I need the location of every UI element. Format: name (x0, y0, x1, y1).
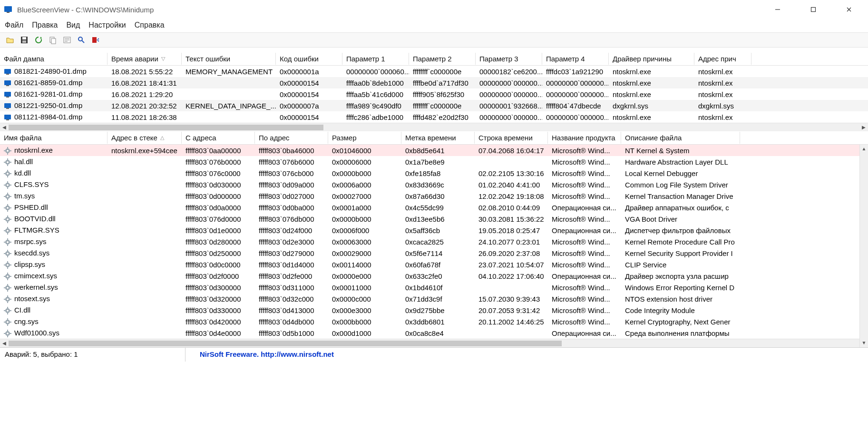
module-row[interactable]: CLFS.SYSfffff803`0d030000fffff803`0d09a0… (0, 179, 868, 190)
bot-col-5[interactable]: Метка времени (401, 132, 475, 144)
module-row[interactable]: PSHED.dllfffff803`0d0a0000fffff803`0d0ba… (0, 202, 868, 213)
bot-col-6[interactable]: Строка времени (475, 132, 548, 144)
top-col-8[interactable]: Драйвер причины (609, 53, 694, 65)
menu-view[interactable]: Вид (66, 21, 80, 29)
cell: Kernel Security Support Provider I (621, 248, 740, 258)
svg-rect-109 (7, 302, 8, 303)
top-col-7[interactable]: Параметр 4 (542, 53, 609, 65)
svg-rect-98 (4, 276, 5, 277)
module-row[interactable]: cng.sysfffff803`0d420000fffff803`0d4db00… (0, 316, 868, 327)
bot-col-4[interactable]: Размер (328, 132, 401, 144)
cell: 12.08.2021 20:32:52 (107, 101, 182, 111)
module-row[interactable]: ksecdd.sysfffff803`0d250000fffff803`0d27… (0, 247, 868, 259)
minimize-button[interactable] (767, 2, 788, 17)
module-row[interactable]: ntosext.sysfffff803`0d320000fffff803`0d3… (0, 293, 868, 304)
exit-icon[interactable] (90, 35, 101, 45)
module-row[interactable]: kd.dllfffff803`076c0000fffff803`076cb000… (0, 167, 868, 179)
svg-rect-32 (4, 150, 5, 151)
cell: cng.sys (0, 316, 107, 327)
open-icon[interactable] (5, 35, 15, 45)
svg-rect-128 (4, 333, 5, 334)
maximize-button[interactable] (802, 2, 824, 17)
scroll-right-icon[interactable]: ► (859, 124, 868, 131)
top-col-2[interactable]: Текст ошибки (182, 53, 276, 65)
svg-rect-121 (7, 324, 8, 326)
top-scrollbar[interactable]: ◄ ► (0, 123, 868, 131)
save-icon[interactable] (19, 35, 29, 45)
cell: fffff803`0d027000 (255, 191, 328, 201)
cell: fffff803`0d413000 (255, 305, 328, 315)
menu-edit[interactable]: Правка (32, 21, 58, 29)
top-col-6[interactable]: Параметр 3 (476, 53, 542, 65)
module-row[interactable]: tm.sysfffff803`0d000000fffff803`0d027000… (0, 190, 868, 202)
menu-help[interactable]: Справка (135, 21, 165, 29)
cell: 0xfe185fa8 (401, 168, 475, 178)
dump-row[interactable]: 081621-8859-01.dmp16.08.2021 18:41:310x0… (0, 77, 868, 88)
svg-rect-110 (4, 299, 5, 300)
svg-rect-36 (7, 158, 8, 160)
bot-col-0[interactable]: Имя файла (0, 132, 107, 144)
dump-row[interactable]: 081821-24890-01.dmp18.08.2021 5:55:22MEM… (0, 66, 868, 77)
cell: fffff803`0d030000 (182, 180, 255, 190)
refresh-icon[interactable] (33, 35, 44, 45)
menu-options[interactable]: Настройки (88, 21, 126, 29)
cell: 0x5aff36cb (401, 225, 475, 235)
module-row[interactable]: CI.dllfffff803`0d330000fffff803`0d413000… (0, 304, 868, 316)
scroll-down-icon[interactable]: ▼ (860, 339, 868, 347)
cell: Microsoft® Wind... (548, 146, 621, 156)
module-row[interactable]: ntoskrnl.exentoskrnl.exe+594ceefffff803`… (0, 145, 868, 156)
cell: Microsoft® Wind... (548, 191, 621, 201)
module-row[interactable]: werkernel.sysfffff803`0d300000fffff803`0… (0, 282, 868, 293)
monitor-icon (4, 68, 11, 76)
module-row[interactable]: cmimcext.sysfffff803`0d2f0000fffff803`0d… (0, 270, 868, 282)
top-col-1[interactable]: Время аварии▽ (107, 53, 182, 65)
cell: fffff803`0d32c000 (255, 294, 328, 304)
bot-col-3[interactable]: По адрес (255, 132, 328, 144)
driver-icon (4, 158, 11, 166)
cell: ntoskrnl.ex (694, 89, 751, 99)
module-row[interactable]: BOOTVID.dllfffff803`076d0000fffff803`076… (0, 213, 868, 225)
module-row[interactable]: clipsp.sysfffff803`0d0c0000fffff803`0d1d… (0, 259, 868, 270)
module-row[interactable]: hal.dllfffff803`076b0000fffff803`076b600… (0, 156, 868, 167)
cell: fffff803`0d311000 (255, 283, 328, 293)
module-vscroll[interactable]: ▲ ▼ (859, 145, 868, 347)
module-row[interactable]: msrpc.sysfffff803`0d280000fffff803`0d2e3… (0, 236, 868, 247)
top-col-0[interactable]: Файл дампа (0, 53, 107, 65)
dump-row[interactable]: 081221-9250-01.dmp12.08.2021 20:32:52KER… (0, 100, 868, 111)
bottom-scrollbar[interactable]: ◄ ► (0, 339, 868, 347)
scroll-left-icon[interactable]: ◄ (0, 124, 9, 131)
cell: 0x00063000 (328, 237, 401, 247)
module-row[interactable]: FLTMGR.SYSfffff803`0d1e0000fffff803`0d24… (0, 225, 868, 236)
top-col-5[interactable]: Параметр 2 (409, 53, 476, 65)
bot-col-2[interactable]: С адреса (182, 132, 255, 144)
cell: KERNEL_DATA_INPAGE_... (182, 101, 276, 111)
svg-rect-103 (7, 290, 8, 292)
top-col-9[interactable]: Адрес прич (694, 53, 751, 65)
cell: 0x633c2fe0 (401, 271, 475, 281)
cell: 081621-9281-01.dmp (0, 89, 107, 99)
module-row[interactable]: Wdf01000.sysfffff803`0d4e0000fffff803`0d… (0, 327, 868, 339)
bot-col-1[interactable]: Адрес в стеке△ (107, 132, 182, 144)
bot-col-7[interactable]: Название продукта (548, 132, 621, 144)
dump-row[interactable]: 081121-8984-01.dmp11.08.2021 18:26:380x0… (0, 111, 868, 123)
properties-icon[interactable] (62, 35, 72, 45)
status-right: NirSoft Freeware. http://www.nirsoft.net (185, 348, 348, 362)
svg-line-16 (82, 40, 84, 43)
cell: fffff803`0ba46000 (255, 146, 328, 156)
scroll-up-icon[interactable]: ▲ (860, 145, 868, 153)
cell: NTOS extension host driver (621, 294, 740, 304)
cell: 0x0000b000 (328, 214, 401, 224)
driver-icon (4, 204, 11, 212)
top-col-3[interactable]: Код ошибки (276, 53, 342, 65)
copy-icon[interactable] (48, 35, 58, 45)
cell: Hardware Abstraction Layer DLL (621, 157, 740, 167)
cell: ffffaa0b`8deb1000 (342, 78, 409, 88)
menu-file[interactable]: Файл (5, 21, 23, 29)
cell: ksecdd.sys (0, 248, 107, 258)
scroll-left-icon[interactable]: ◄ (0, 340, 9, 347)
dump-row[interactable]: 081621-9281-01.dmp16.08.2021 1:29:200x00… (0, 88, 868, 100)
close-button[interactable] (838, 2, 859, 17)
top-col-4[interactable]: Параметр 1 (342, 53, 409, 65)
bot-col-8[interactable]: Описание файла (621, 132, 740, 144)
find-icon[interactable] (76, 35, 87, 45)
